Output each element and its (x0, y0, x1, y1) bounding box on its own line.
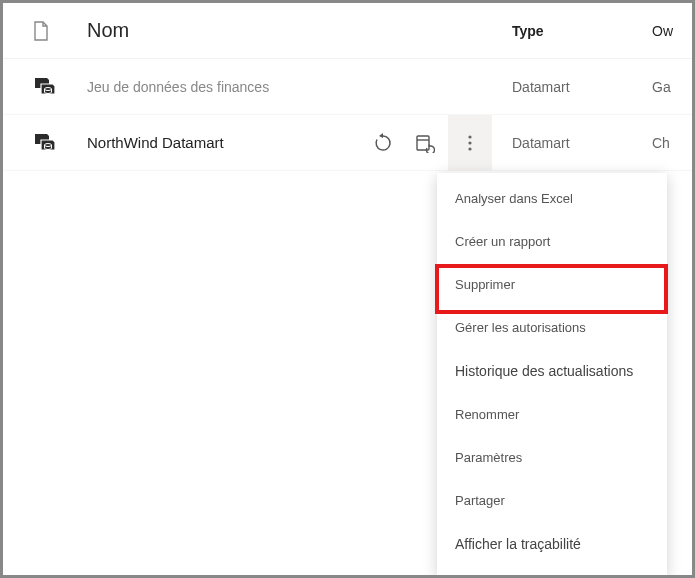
table-row[interactable]: Jeu de données des finances Datamart Ga (3, 59, 692, 115)
menu-create-report[interactable]: Créer un rapport (437, 220, 667, 263)
menu-share[interactable]: Partager (437, 479, 667, 522)
refresh-button[interactable] (364, 124, 402, 162)
context-menu: Analyser dans Excel Créer un rapport Sup… (437, 173, 667, 576)
row-name[interactable]: NorthWind Datamart (65, 134, 362, 151)
svg-rect-2 (417, 136, 429, 150)
header-owner[interactable]: Ow (652, 23, 692, 39)
row-actions (362, 115, 492, 171)
menu-view-lineage[interactable]: Afficher la traçabilité (437, 522, 667, 566)
document-icon (31, 20, 51, 42)
menu-rename[interactable]: Renommer (437, 393, 667, 436)
row-type: Datamart (492, 135, 652, 151)
header-name[interactable]: Nom (65, 19, 362, 42)
schedule-refresh-button[interactable] (406, 124, 444, 162)
row-owner: Ga (652, 79, 692, 95)
more-options-button[interactable] (448, 115, 492, 171)
row-name[interactable]: Jeu de données des finances (65, 79, 362, 95)
table-header: Nom Type Ow (3, 3, 692, 59)
menu-analyze-excel[interactable]: Analyser dans Excel (437, 177, 667, 220)
table-row[interactable]: NorthWind Datamart Datamart Ch (3, 115, 692, 171)
svg-point-4 (468, 141, 471, 144)
header-type[interactable]: Type (492, 23, 652, 39)
header-icon-cell (31, 20, 65, 42)
datamart-icon (31, 75, 59, 99)
menu-refresh-history[interactable]: Historique des actualisations (437, 349, 667, 393)
row-owner: Ch (652, 135, 692, 151)
row-icon-cell (31, 75, 65, 99)
menu-delete[interactable]: Supprimer (437, 263, 667, 306)
row-type: Datamart (492, 79, 652, 95)
menu-settings[interactable]: Paramètres (437, 436, 667, 479)
row-icon-cell (31, 131, 65, 155)
svg-point-3 (468, 135, 471, 138)
svg-point-5 (468, 147, 471, 150)
menu-manage-permissions[interactable]: Gérer les autorisations (437, 306, 667, 349)
datamart-icon (31, 131, 59, 155)
